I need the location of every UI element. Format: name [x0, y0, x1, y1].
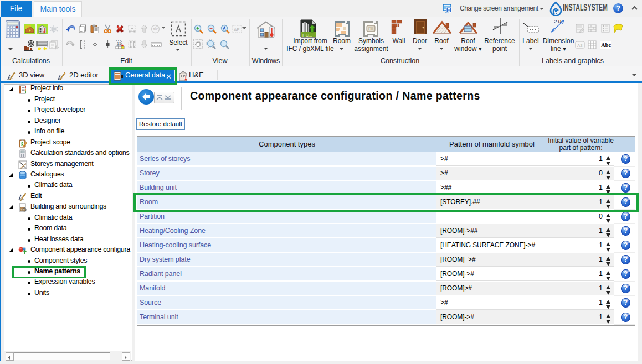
svg-text:90°: 90°	[153, 28, 159, 31]
svg-text:Abc: Abc	[601, 42, 611, 48]
svg-text:1..: 1..	[369, 27, 374, 32]
svg-text:ΔP: ΔP	[234, 27, 240, 32]
svg-text:2.0: 2.0	[553, 19, 561, 24]
